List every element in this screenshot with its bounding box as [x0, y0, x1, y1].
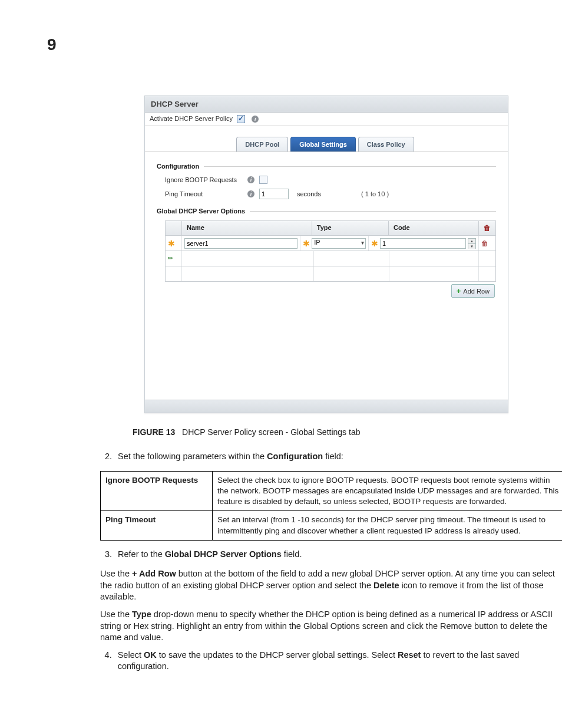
table-row: ✎	[165, 251, 496, 266]
activate-checkbox[interactable]	[237, 115, 245, 123]
options-grid-header: Name Type Code 🗑	[165, 220, 496, 236]
ping-timeout-label: Ping Timeout	[165, 190, 240, 197]
list-item: 3. Refer to the Global DHCP Server Optio…	[100, 549, 562, 561]
step-2-prefix: Set the following parameters within the	[118, 452, 267, 461]
parameter-table: Ignore BOOTP Requests Select the check b…	[100, 471, 562, 541]
col-name[interactable]: Name	[182, 221, 312, 235]
required-star-icon: ✱	[303, 239, 310, 248]
paragraph: Use the Type drop-down menu to specify w…	[100, 609, 562, 644]
edit-icon[interactable]: ✎	[166, 254, 176, 263]
table-row: ✱ ✱ IP ✱ ▲▼ 🗑	[165, 236, 496, 251]
bold-text: Type	[132, 610, 151, 619]
divider	[250, 211, 496, 212]
add-row-button[interactable]: + Add Row	[451, 284, 495, 298]
row-name-input[interactable]	[184, 238, 297, 249]
step-2-suffix: field:	[323, 452, 343, 461]
bold-text: OK	[144, 650, 157, 660]
configuration-legend-text: Configuration	[157, 163, 199, 170]
bold-text: Reset	[398, 650, 421, 660]
activate-label: Activate DHCP Server Policy	[150, 115, 233, 122]
add-row-label: Add Row	[463, 288, 490, 295]
paragraph: Use the + Add Row button at the bottom o…	[100, 568, 562, 603]
ping-timeout-row: Ping Timeout i seconds ( 1 to 10 )	[165, 189, 496, 199]
trash-icon[interactable]: 🗑	[484, 224, 491, 232]
figure-text: DHCP Server Policy screen - Global Setti…	[182, 427, 360, 437]
tab-dhcp-pool[interactable]: DHCP Pool	[236, 137, 288, 151]
text: drop-down menu to specify whether the DH…	[100, 610, 553, 642]
col-type[interactable]: Type	[312, 221, 389, 235]
row-code-input[interactable]	[380, 238, 466, 249]
tab-bar: DHCP Pool Global Settings Class Policy	[145, 126, 508, 152]
list-item: 2. Set the following parameters within t…	[100, 451, 562, 463]
step-number: 2.	[100, 451, 112, 463]
col-code[interactable]: Code	[389, 221, 479, 235]
bold-text: + Add Row	[132, 569, 176, 578]
plus-icon: +	[457, 286, 461, 295]
step-3-bold: Global DHCP Server Options	[165, 549, 282, 559]
required-star-icon: ✱	[168, 239, 175, 248]
panel-footer	[145, 400, 508, 413]
step-number: 3.	[100, 549, 112, 561]
text: to save the updates to the DHCP server g…	[157, 650, 398, 660]
ping-unit: seconds	[297, 190, 321, 197]
required-star-icon: ✱	[371, 239, 378, 248]
table-row	[165, 266, 496, 282]
step-number: 4.	[100, 650, 112, 673]
info-icon[interactable]: i	[247, 176, 254, 183]
list-item: 4. Select OK to save the updates to the …	[100, 650, 562, 673]
step-2-bold: Configuration	[267, 452, 323, 461]
param-desc: Set an interval (from 1 -10 seconds) for…	[213, 511, 563, 540]
table-row: Ping Timeout Set an interval (from 1 -10…	[101, 511, 563, 540]
figure-caption: FIGURE 13 DHCP Server Policy screen - Gl…	[133, 427, 515, 437]
text: Select	[118, 650, 144, 660]
bold-text: Delete	[373, 581, 399, 590]
text: Use the	[100, 569, 132, 578]
panel-title: DHCP Server	[145, 96, 508, 113]
ignore-bootp-label: Ignore BOOTP Requests	[165, 176, 240, 183]
trash-icon[interactable]: 🗑	[481, 239, 488, 248]
configuration-legend: Configuration	[157, 163, 496, 170]
ping-timeout-input[interactable]	[259, 189, 289, 199]
chapter-number: 9	[47, 35, 515, 54]
activate-row: Activate DHCP Server Policy i	[145, 113, 508, 126]
step-3-prefix: Refer to the	[118, 549, 165, 559]
divider	[204, 166, 496, 167]
tab-class-policy[interactable]: Class Policy	[358, 137, 414, 151]
step-3-suffix: field.	[282, 549, 302, 559]
document-body: 2. Set the following parameters within t…	[100, 451, 562, 673]
param-name: Ignore BOOTP Requests	[101, 471, 213, 511]
param-name: Ping Timeout	[101, 511, 213, 540]
figure-number: FIGURE 13	[133, 427, 175, 437]
ignore-bootp-row: Ignore BOOTP Requests i	[165, 176, 496, 184]
dhcp-server-panel: DHCP Server Activate DHCP Server Policy …	[144, 95, 508, 413]
ping-range: ( 1 to 10 )	[361, 190, 389, 197]
param-desc: Select the check box to ignore BOOTP req…	[213, 471, 563, 511]
global-options-legend-text: Global DHCP Server Options	[157, 207, 245, 215]
ignore-bootp-checkbox[interactable]	[259, 176, 267, 184]
row-type-select[interactable]: IP	[312, 238, 366, 249]
text: Use the	[100, 610, 132, 619]
table-row: Ignore BOOTP Requests Select the check b…	[101, 471, 563, 511]
info-icon[interactable]: i	[247, 190, 254, 197]
global-options-legend: Global DHCP Server Options	[157, 207, 496, 215]
panel-content: Configuration Ignore BOOTP Requests i Pi…	[145, 152, 508, 400]
code-stepper[interactable]: ▲▼	[468, 238, 476, 249]
info-icon[interactable]: i	[252, 116, 259, 123]
tab-global-settings[interactable]: Global Settings	[290, 137, 356, 151]
